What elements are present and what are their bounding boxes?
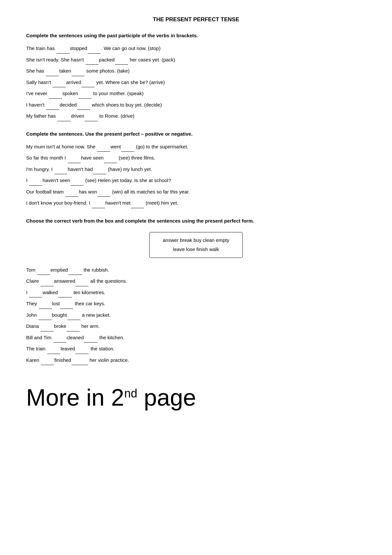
blank (115, 54, 128, 65)
blank (78, 88, 91, 99)
blank (57, 110, 71, 121)
line-item: Sally hasn't arrived yet. Where can she … (26, 77, 366, 88)
blank (46, 99, 59, 110)
line-item: I've never spoken to your mother. (speak… (26, 88, 366, 99)
line-item: Tom emptied the rubbish. (26, 264, 366, 275)
blank (72, 65, 85, 76)
blank (29, 287, 42, 298)
line-item: Our football team has won (win) all its … (26, 186, 366, 197)
line-item: I'm hungry. I haven't had (have) my lunc… (26, 164, 366, 175)
blank (92, 197, 105, 208)
line-item: Karen finished her violin practice. (26, 355, 366, 365)
blank (60, 298, 73, 309)
blank (77, 99, 90, 110)
line-item: So far this month I have seen (see) thre… (26, 152, 366, 163)
blank (49, 88, 62, 99)
section2-lines: My mum isn't at home now. She went (go) … (26, 141, 366, 208)
blank (75, 343, 89, 354)
section2-instruction: Complete the sentences. Use the present … (26, 130, 366, 137)
section-2: Complete the sentences. Use the present … (26, 130, 366, 208)
blank (58, 287, 72, 298)
blank (71, 175, 84, 186)
line-item: She isn't ready. She hasn't packed her c… (26, 54, 366, 65)
blank (39, 310, 52, 320)
line-item: The train has stopped . We can go out no… (26, 43, 366, 54)
blank (67, 310, 80, 320)
line-item: I walked ten kilometres. (26, 287, 366, 298)
verb-box-container: answer break buy clean empty leave lose … (26, 228, 366, 263)
section3-instruction: Choose the correct verb from the box and… (26, 217, 366, 224)
footer-big-text: More in 2nd page (26, 385, 366, 411)
blank (53, 77, 66, 88)
blank (39, 298, 52, 309)
line-item: I don't know your boy-friend. I haven't … (26, 197, 366, 208)
line-item: I haven't decided which shoes to buy yet… (26, 99, 366, 110)
blank (67, 321, 80, 331)
blank (46, 65, 59, 76)
line-item: I haven't seen (see) Helen yet today. Is… (26, 175, 366, 186)
line-item: My father has driven to Rome. (drive) (26, 110, 366, 121)
line-item: The train leaved the station. (26, 343, 366, 354)
blank (86, 54, 99, 65)
line-item: They lost their car keys. (26, 298, 366, 309)
blank (53, 332, 66, 343)
blank (97, 186, 110, 197)
blank (75, 276, 89, 286)
line-item: Diana broke her arm. (26, 321, 366, 331)
blank (68, 152, 81, 163)
line-item: John bought a new jacket. (26, 310, 366, 320)
footer-sup: nd (124, 387, 137, 400)
blank (54, 164, 67, 175)
blank (72, 355, 88, 365)
line-item: Bill and Tim cleaned the kitchen. (26, 332, 366, 343)
section3-lines: Tom emptied the rubbish. Claire answered… (26, 264, 366, 365)
footer-main-text: More in 2 (26, 384, 124, 411)
line-item: She has taken some photos. (take) (26, 65, 366, 76)
footer-text2: page (137, 384, 196, 411)
page-title: THE PRESENT PERFECT TENSE (26, 16, 366, 23)
blank (131, 197, 144, 208)
blank (93, 164, 106, 175)
section-3: Choose the correct verb from the box and… (26, 217, 366, 365)
line-item: My mum isn't at home now. She went (go) … (26, 141, 366, 152)
blank (41, 355, 54, 365)
blank (29, 175, 42, 186)
verb-box-row1: answer break buy clean empty (163, 236, 229, 245)
section-1: Complete the sentences using the past pa… (26, 32, 366, 121)
blank (88, 43, 101, 54)
blank (81, 77, 94, 88)
blank (104, 152, 117, 163)
blank (68, 264, 82, 275)
blank (57, 43, 70, 54)
blank (47, 343, 60, 354)
blank (84, 332, 98, 343)
blank (41, 321, 54, 331)
blank (65, 186, 78, 197)
blank (37, 264, 50, 275)
verb-box: answer break buy clean empty leave lose … (149, 232, 242, 258)
blank (41, 276, 54, 286)
blank (85, 110, 98, 121)
blank (97, 141, 110, 152)
line-item: Claire answered all the questions. (26, 276, 366, 286)
section1-lines: The train has stopped . We can go out no… (26, 43, 366, 121)
verb-box-row2: leave lose finish walk (163, 245, 229, 254)
blank (121, 141, 134, 152)
section1-instruction: Complete the sentences using the past pa… (26, 32, 366, 39)
